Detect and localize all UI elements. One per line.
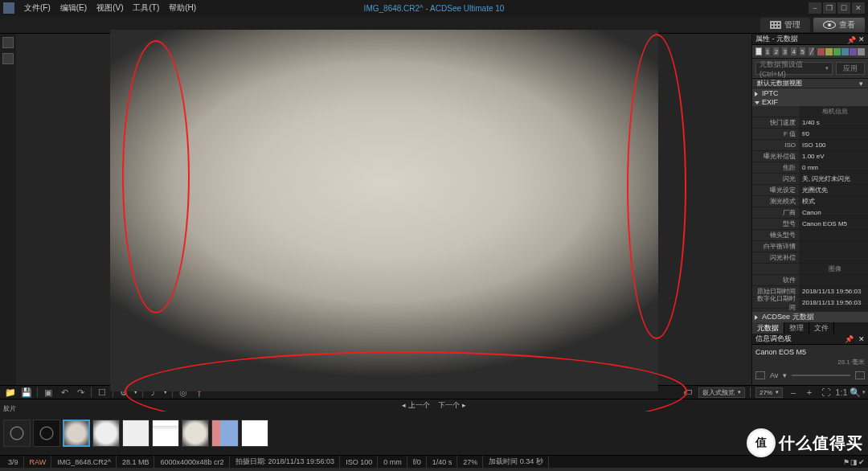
rating-1[interactable]: 1 xyxy=(765,47,771,55)
thumb-7[interactable] xyxy=(182,420,209,447)
zoom-in-icon[interactable]: + xyxy=(804,387,815,398)
thumb-8[interactable] xyxy=(211,420,239,447)
av-label: Av xyxy=(770,371,778,379)
tool-icon-1[interactable] xyxy=(2,37,14,48)
status-position: 3/9 xyxy=(3,456,24,468)
select-icon[interactable]: ☐ xyxy=(96,387,108,398)
preview-image xyxy=(110,30,658,391)
actual-size-icon[interactable]: 1:1 xyxy=(836,387,847,398)
meta-value[interactable]: f/0 xyxy=(799,129,868,139)
mode-manage[interactable]: 管理 xyxy=(760,18,810,32)
meta-value[interactable]: Canon EOS M5 xyxy=(799,219,868,229)
mode-view[interactable]: 查看 xyxy=(813,18,865,32)
meta-label: 镜头型号 xyxy=(752,231,799,240)
color-purple[interactable] xyxy=(850,48,857,55)
filmstrip-label: 胶片 xyxy=(3,404,16,413)
panel-pin-icon[interactable]: 📌 xyxy=(847,36,854,43)
meta-value[interactable] xyxy=(799,252,868,263)
histogram-icon[interactable] xyxy=(855,371,865,379)
annotation-ellipse-right xyxy=(627,34,686,339)
rating-4[interactable]: 4 xyxy=(791,47,796,55)
meta-value[interactable]: Canon xyxy=(799,207,868,218)
meta-value[interactable]: 2018/11/13 19:56:03 xyxy=(799,286,868,297)
rating-5[interactable]: 5 xyxy=(800,47,805,55)
status-flag-icon[interactable]: ⚑ xyxy=(843,458,850,466)
color-green[interactable] xyxy=(833,48,841,55)
tab-metadata[interactable]: 元数据 xyxy=(752,322,784,334)
thumb-5[interactable] xyxy=(122,420,149,447)
tab-organize[interactable]: 整理 xyxy=(784,322,809,334)
tab-file[interactable]: 文件 xyxy=(809,322,834,334)
disk-icon[interactable]: 💾 xyxy=(21,387,32,398)
status-check-icon[interactable]: ✔ xyxy=(858,458,865,466)
thumb-6[interactable] xyxy=(152,420,179,447)
camera-model: Canon EOS M5 xyxy=(755,348,865,356)
status-tag-icon[interactable]: ◨ xyxy=(850,458,858,466)
menu-tools[interactable]: 工具(T) xyxy=(128,1,164,15)
apply-button[interactable]: 应用 xyxy=(836,62,865,75)
meta-value[interactable]: 关, 闪光灯未闪光 xyxy=(799,174,868,184)
thumb-3-selected[interactable] xyxy=(63,420,90,447)
menu-file[interactable]: 文件(F) xyxy=(19,1,55,15)
folder-icon[interactable]: 📁 xyxy=(5,387,16,398)
meta-label: 曝光设定 xyxy=(752,186,799,195)
minimize-button[interactable]: – xyxy=(809,2,821,14)
meta-row: ISOISO 100 xyxy=(752,140,868,151)
color-red[interactable] xyxy=(817,48,825,55)
metadata-preset-dropdown[interactable]: 元数据预设值 (Ctrl+M) xyxy=(755,62,833,75)
crop-icon[interactable]: ▣ xyxy=(43,387,54,398)
meta-value[interactable]: 2018/11/13 19:56:03 xyxy=(799,297,868,308)
thumb-1[interactable] xyxy=(3,420,31,447)
zoom-mode-icon[interactable]: 🔍 xyxy=(852,387,863,398)
meta-value[interactable] xyxy=(799,241,868,252)
meta-value[interactable] xyxy=(799,275,868,285)
meta-value[interactable]: ISO 100 xyxy=(799,140,868,150)
meta-value[interactable]: 光圈优先 xyxy=(799,185,868,195)
embed-preview-dropdown[interactable]: 嵌入式预览 xyxy=(698,387,745,398)
color-yellow[interactable] xyxy=(825,48,833,55)
side-tabs: 元数据 整理 文件 xyxy=(752,322,868,334)
section-exif[interactable]: EXIF xyxy=(752,97,868,106)
color-panel-close-icon[interactable]: ✕ xyxy=(858,335,865,343)
meta-label: ISO xyxy=(752,141,799,149)
rating-2[interactable]: 2 xyxy=(773,47,779,55)
meta-value[interactable]: 0 mm xyxy=(799,162,868,173)
color-blue[interactable] xyxy=(841,48,849,55)
image-viewer[interactable] xyxy=(16,34,751,385)
section-iptc[interactable]: IPTC xyxy=(752,88,868,97)
meta-value[interactable]: 1.00 eV xyxy=(799,151,868,162)
maximize-button[interactable]: ☐ xyxy=(837,2,850,14)
meta-row: F 值f/0 xyxy=(752,129,868,140)
color-none[interactable] xyxy=(858,48,865,55)
menu-edit[interactable]: 编辑(E) xyxy=(55,1,92,15)
meta-value[interactable]: 模式 xyxy=(799,196,868,207)
meta-value[interactable]: 1/40 s xyxy=(799,117,868,128)
info-palette: Canon EOS M5 28.1 毫米 Av ▾ xyxy=(752,345,868,385)
menu-help[interactable]: 帮助(H) xyxy=(164,1,201,15)
zoom-out-icon[interactable]: – xyxy=(788,387,799,398)
metadata-view-dropdown[interactable]: 默认元数据视图 ▾ xyxy=(752,79,868,88)
group-camera: 相机信息 xyxy=(799,106,868,117)
meta-label: 闪光补偿 xyxy=(752,253,799,262)
rating-clear[interactable]: ╱ xyxy=(809,47,814,55)
color-panel-pin-icon[interactable]: 📌 xyxy=(845,335,854,343)
rating-checkbox[interactable] xyxy=(755,47,762,55)
fit-icon[interactable]: ⛶ xyxy=(820,387,831,398)
rotate-left-icon[interactable]: ↶ xyxy=(59,387,70,398)
zoom-dropdown[interactable]: 27% xyxy=(755,387,783,398)
exposure-slider[interactable] xyxy=(792,375,850,376)
thumb-9[interactable] xyxy=(241,420,268,447)
rating-3[interactable]: 3 xyxy=(782,47,788,55)
close-button[interactable]: ✕ xyxy=(852,2,865,14)
section-acdsee[interactable]: ACDSee 元数据 xyxy=(752,312,868,322)
menu-view[interactable]: 视图(V) xyxy=(92,1,128,15)
tool-icon-2[interactable] xyxy=(2,53,14,64)
chevron-down-icon: ▾ xyxy=(859,80,868,88)
restore-button[interactable]: ❐ xyxy=(823,2,836,14)
panel-close-icon[interactable]: ✕ xyxy=(858,35,865,43)
thumb-4[interactable] xyxy=(92,420,120,447)
rotate-right-icon[interactable]: ↷ xyxy=(75,387,86,398)
meta-row: 厂商Canon xyxy=(752,207,868,219)
meta-value[interactable] xyxy=(799,230,868,240)
thumb-2[interactable] xyxy=(33,420,60,447)
